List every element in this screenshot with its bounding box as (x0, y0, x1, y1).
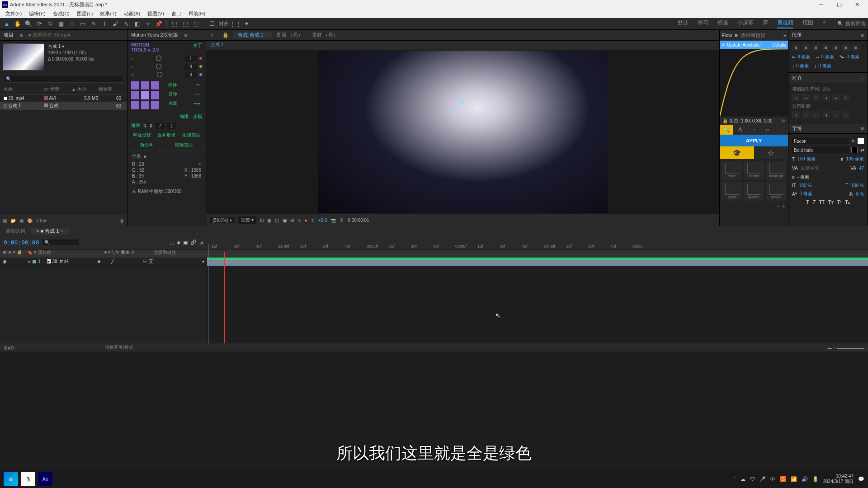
align-center-icon[interactable]: ≡ (802, 44, 810, 51)
flow-zoom-icon[interactable]: 🔍 (720, 125, 733, 135)
effect-controls-tab[interactable]: ■ 效果控件 38.mp4 (28, 32, 70, 38)
tl-toggle1-icon[interactable]: ⊞ (4, 345, 7, 350)
star-icon[interactable]: ☆ (781, 118, 785, 123)
lock-icon[interactable]: 🔒 (722, 118, 728, 123)
smallcaps-icon[interactable]: Tᴛ (828, 200, 834, 205)
split-ai-button[interactable]: 拆分AI (140, 142, 153, 148)
grid-icon[interactable]: ⊞ (290, 218, 294, 223)
justify-center-icon[interactable]: ≡ (832, 44, 840, 51)
close-button[interactable]: ✕ (848, 0, 866, 9)
snap-checkbox[interactable]: ☐ (208, 20, 216, 28)
align-left-icon[interactable]: ≡ (792, 44, 800, 51)
add-blank-button[interactable]: 添加空白 (182, 132, 200, 138)
justify-right-icon[interactable]: ≡ (842, 44, 850, 51)
sort-button[interactable]: 排序 (131, 122, 140, 129)
rect-tool-icon[interactable]: ▭ (79, 20, 87, 28)
eraser-tool-icon[interactable]: ◧ (133, 20, 141, 28)
allcaps-icon[interactable]: TT (819, 200, 825, 205)
tl-icon2[interactable]: ◈ (177, 239, 180, 245)
tl-toggle3-icon[interactable]: ⊡ (11, 345, 14, 350)
orbit-tool-icon[interactable]: ⟳ (35, 20, 43, 28)
italic-icon[interactable]: T (813, 200, 816, 205)
merge-shape-button[interactable]: 合并形状 (157, 132, 175, 138)
tray-chevron-icon[interactable]: ˄ (733, 476, 736, 482)
comp-name-label[interactable]: 合成 1 ▾ (48, 43, 94, 50)
refresh-icon[interactable]: ↻ (311, 218, 315, 223)
apply-button[interactable]: APPLY (720, 135, 788, 146)
bpc-label[interactable]: 8 bpc (36, 218, 47, 223)
world-axis-icon[interactable]: ⬚ (181, 20, 189, 28)
align-h-center-icon[interactable]: ⫠ (802, 94, 810, 101)
stroke-color[interactable] (851, 147, 858, 153)
col-fps[interactable]: 帧速率 (99, 86, 121, 93)
workspace-editing[interactable]: 剪视频 (777, 19, 793, 28)
align-v-center-icon[interactable]: ⫠ (832, 94, 840, 101)
align-tab[interactable]: 对齐 (792, 75, 802, 81)
taskbar-app-ae[interactable]: Ae (38, 472, 52, 486)
preset-quadin[interactable]: quadIn (744, 182, 764, 201)
tl-icon5[interactable]: ⊡ (199, 239, 203, 245)
brush-tool-icon[interactable]: 🖌 (111, 20, 119, 28)
timecode-icon[interactable]: ⏱ (340, 218, 344, 223)
tray-wifi-icon[interactable]: 📶 (791, 476, 797, 482)
clone-tool-icon[interactable]: ⬁ (122, 20, 130, 28)
comp-breadcrumb[interactable]: 合成 1 (206, 41, 719, 50)
clone-button[interactable]: 克隆 (168, 100, 177, 107)
snap-opt2-icon[interactable]: ✦ (242, 20, 250, 28)
comp-tab-close-icon[interactable]: × (206, 33, 218, 38)
workspace-standard[interactable]: 标准 (717, 19, 728, 28)
tray-sogou-icon[interactable]: S (780, 476, 786, 482)
col-name[interactable]: 名称 (4, 86, 44, 93)
minimize-button[interactable]: ─ (812, 0, 830, 9)
sort-val1[interactable]: 7 (156, 123, 165, 129)
notification-icon[interactable]: 💬 (858, 476, 864, 482)
time-ruler[interactable]: 15f30f45f01:00f15f30f45f02:00f15f30f45f0… (207, 236, 868, 249)
color-depth-icon[interactable]: 🎨 (27, 218, 33, 223)
zoom-dropdown[interactable]: (58.5%) ▾ (210, 217, 235, 223)
new-folder-icon[interactable]: 📁 (10, 218, 16, 223)
flow-both-icon[interactable]: ↔ (761, 125, 774, 135)
menu-composition[interactable]: 合成(C) (49, 10, 73, 17)
col-type[interactable]: 🏷 类型 (44, 86, 71, 93)
baseline[interactable]: 0 像素 (799, 191, 812, 197)
project-item-video[interactable]: 38. mp4 AVI 5.9 MB 60 (0, 95, 127, 102)
tl-icon1[interactable]: ⬚ (170, 239, 174, 245)
roi-icon[interactable]: ▣ (283, 218, 287, 223)
selection-tool-icon[interactable]: ▲ (3, 20, 11, 28)
toggle-switches-button[interactable]: 切换开关/模式 (105, 344, 133, 351)
preset-quadout[interactable]: quadO (766, 182, 786, 201)
align-right-icon[interactable]: ≡ (812, 44, 820, 51)
menu-view[interactable]: 视图(V) (144, 10, 168, 17)
render-queue-tab[interactable]: 渲染队列 (0, 228, 31, 235)
motion-tools-tab[interactable]: Motion Tools 2汉化版 (131, 32, 178, 38)
bold-icon[interactable]: T (806, 200, 809, 205)
project-tab-menu-icon[interactable]: ≡ (20, 33, 23, 38)
flow-left-icon[interactable]: ← (774, 125, 788, 135)
slider-2[interactable]: ‹0 (127, 62, 206, 70)
sort-val2[interactable]: 1 (167, 123, 176, 129)
subscript-icon[interactable]: T₁ (845, 200, 849, 205)
project-item-comp[interactable]: 合成 1 合成 60 (0, 102, 127, 110)
comp-tab-lock-icon[interactable]: 🔒 (218, 32, 233, 38)
new-comp-icon[interactable]: ▣ (19, 218, 24, 223)
zoom-tool-icon[interactable]: 🔍 (24, 20, 33, 28)
preset-ease[interactable]: ease (722, 161, 742, 180)
workspace-small[interactable]: 小屏幕 (737, 19, 754, 28)
superscript-icon[interactable]: T¹ (837, 200, 841, 205)
menu-window[interactable]: 窗口 (168, 10, 185, 17)
flow-plus-icon[interactable]: + (783, 203, 785, 209)
flow-minus-icon[interactable]: − (777, 203, 779, 209)
dist-h-left-icon[interactable]: ⫞ (792, 111, 800, 118)
composition-viewer[interactable] (206, 50, 719, 214)
dist-h-right-icon[interactable]: ⫟ (812, 111, 820, 118)
menu-effect[interactable]: 效果(T) (96, 10, 120, 17)
stroke-width[interactable]: - 像素 (797, 174, 809, 180)
system-clock[interactable]: 10:42:47 2024/3/17 周日 (823, 474, 854, 484)
comp-tab-active[interactable]: 合成 合成 1 ≡ (233, 32, 272, 38)
favorite-icon[interactable]: ☆ (754, 146, 788, 159)
dist-v-top-icon[interactable]: ⫞ (822, 111, 830, 118)
footage-tab[interactable]: 素材 （无） (307, 32, 343, 38)
hand-tool-icon[interactable]: ✋ (14, 20, 22, 28)
roto-tool-icon[interactable]: ✧ (144, 20, 152, 28)
vscale[interactable]: 100 % (799, 183, 811, 188)
